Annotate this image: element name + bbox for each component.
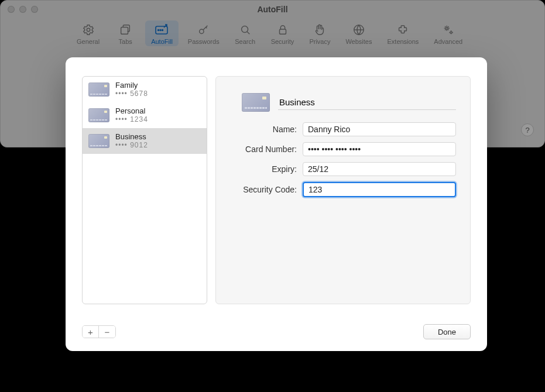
list-controls: + − bbox=[82, 325, 116, 338]
toolbar-item-advanced[interactable]: Advanced bbox=[428, 20, 468, 46]
toolbar-label: Passwords bbox=[188, 38, 220, 45]
credit-card-icon bbox=[242, 93, 270, 112]
titlebar: AutoFill bbox=[1, 1, 544, 18]
card-description-field[interactable] bbox=[278, 95, 456, 110]
credit-card-icon bbox=[88, 82, 109, 97]
card-title: Business bbox=[115, 133, 148, 142]
card-title: Personal bbox=[115, 107, 148, 116]
svg-point-11 bbox=[450, 32, 452, 33]
key-icon bbox=[197, 23, 211, 37]
toolbar-item-security[interactable]: Security bbox=[265, 20, 300, 46]
done-button[interactable]: Done bbox=[423, 324, 471, 339]
toolbar-item-privacy[interactable]: Privacy bbox=[303, 20, 336, 46]
lock-icon bbox=[276, 23, 290, 37]
toolbar-label: Search bbox=[235, 38, 255, 45]
card-detail-pane: Name: Card Number: Expiry: Security Code… bbox=[215, 76, 471, 304]
autofill-icon bbox=[155, 23, 169, 37]
svg-rect-1 bbox=[121, 27, 128, 34]
toolbar-item-passwords[interactable]: Passwords bbox=[182, 20, 225, 46]
help-button[interactable]: ? bbox=[521, 123, 534, 136]
globe-icon bbox=[352, 23, 366, 37]
toolbar-item-general[interactable]: General bbox=[71, 20, 105, 46]
toolbar-label: Privacy bbox=[309, 38, 330, 45]
add-card-button[interactable]: + bbox=[83, 326, 99, 338]
svg-point-4 bbox=[160, 30, 162, 31]
card-list-item[interactable]: Business•••• 9012 bbox=[83, 128, 207, 154]
svg-point-5 bbox=[162, 30, 163, 31]
credit-card-icon bbox=[88, 134, 109, 148]
minus-icon: − bbox=[105, 328, 110, 336]
security-code-field[interactable] bbox=[303, 182, 456, 197]
toolbar-label: AutoFill bbox=[151, 38, 173, 45]
toolbar-item-websites[interactable]: Websites bbox=[340, 20, 378, 46]
toolbar-item-search[interactable]: Search bbox=[229, 20, 262, 46]
toolbar-label: Websites bbox=[345, 38, 372, 45]
svg-point-6 bbox=[199, 29, 203, 33]
svg-point-10 bbox=[445, 27, 448, 29]
toolbar-item-autofill[interactable]: AutoFill bbox=[145, 20, 179, 46]
hand-icon bbox=[313, 23, 327, 37]
cardholder-name-field[interactable] bbox=[303, 122, 456, 136]
plus-icon: + bbox=[88, 328, 93, 336]
expiry-label: Expiry: bbox=[230, 164, 303, 174]
card-list-item[interactable]: Personal•••• 1234 bbox=[83, 102, 207, 128]
gear-icon bbox=[81, 23, 95, 37]
toolbar-label: Security bbox=[271, 38, 294, 45]
credit-cards-sheet: Family•••• 5678Personal•••• 1234Business… bbox=[66, 57, 487, 351]
tabs-icon bbox=[118, 23, 132, 37]
svg-point-7 bbox=[241, 26, 248, 33]
remove-card-button[interactable]: − bbox=[99, 326, 115, 338]
card-masked-number: •••• 1234 bbox=[115, 116, 148, 124]
toolbar-label: General bbox=[77, 38, 100, 45]
credit-card-icon bbox=[88, 108, 109, 122]
toolbar-label: Extensions bbox=[387, 38, 419, 45]
card-list-item[interactable]: Family•••• 5678 bbox=[83, 77, 207, 102]
search-icon bbox=[238, 23, 252, 37]
preferences-toolbar: GeneralTabsAutoFillPasswordsSearchSecuri… bbox=[1, 18, 544, 52]
card-masked-number: •••• 9012 bbox=[115, 142, 148, 150]
card-number-field[interactable] bbox=[303, 142, 456, 156]
expiry-field[interactable] bbox=[303, 162, 456, 176]
toolbar-item-extensions[interactable]: Extensions bbox=[381, 20, 424, 46]
card-number-label: Card Number: bbox=[230, 145, 303, 154]
card-masked-number: •••• 5678 bbox=[115, 90, 148, 98]
card-list[interactable]: Family•••• 5678Personal•••• 1234Business… bbox=[82, 76, 207, 304]
toolbar-label: Advanced bbox=[434, 38, 462, 45]
svg-point-3 bbox=[158, 30, 159, 31]
toolbar-label: Tabs bbox=[119, 38, 132, 45]
toolbar-item-tabs[interactable]: Tabs bbox=[109, 20, 142, 46]
svg-point-0 bbox=[87, 28, 90, 32]
security-code-label: Security Code: bbox=[230, 185, 303, 194]
gears-icon bbox=[441, 23, 455, 37]
svg-rect-8 bbox=[279, 29, 286, 34]
card-title: Family bbox=[115, 81, 148, 90]
puzzle-icon bbox=[396, 23, 410, 37]
name-label: Name: bbox=[230, 125, 303, 134]
window-title: AutoFill bbox=[1, 5, 544, 14]
